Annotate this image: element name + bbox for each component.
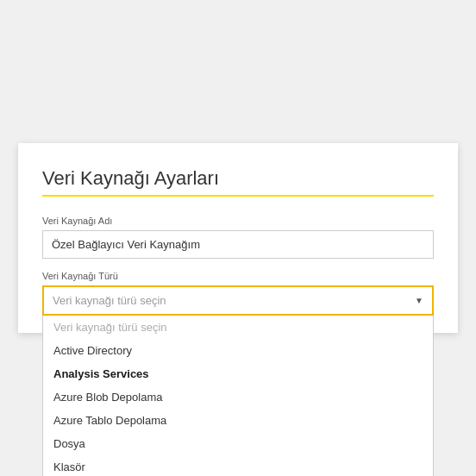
dropdown-placeholder-text: Veri kaynağı türü seçin xyxy=(53,294,166,307)
chevron-down-icon: ▼ xyxy=(415,296,423,305)
dropdown-list: Veri kaynağı türü seçinActive DirectoryA… xyxy=(42,316,434,476)
datasource-type-dropdown[interactable]: Veri kaynağı türü seçin ▼ Veri kaynağı t… xyxy=(42,285,434,316)
list-item[interactable]: Analysis Services xyxy=(43,362,433,385)
dropdown-trigger[interactable]: Veri kaynağı türü seçin ▼ xyxy=(42,285,434,316)
settings-panel: Veri Kaynağı Ayarları Veri Kaynağı Adı V… xyxy=(18,143,458,333)
title-underline xyxy=(42,195,434,197)
type-field-label: Veri Kaynağı Türü xyxy=(42,271,434,281)
list-item[interactable]: Klasör xyxy=(43,455,433,476)
list-item[interactable]: Azure Blob Depolama xyxy=(43,385,433,409)
list-item[interactable]: Veri kaynağı türü seçin xyxy=(43,316,433,339)
list-item[interactable]: Active Directory xyxy=(43,339,433,362)
list-item[interactable]: Azure Tablo Depolama xyxy=(43,409,433,432)
list-item[interactable]: Dosya xyxy=(43,432,433,455)
datasource-name-input[interactable] xyxy=(42,230,434,259)
page-title: Veri Kaynağı Ayarları xyxy=(42,167,434,190)
name-field-label: Veri Kaynağı Adı xyxy=(42,216,434,226)
